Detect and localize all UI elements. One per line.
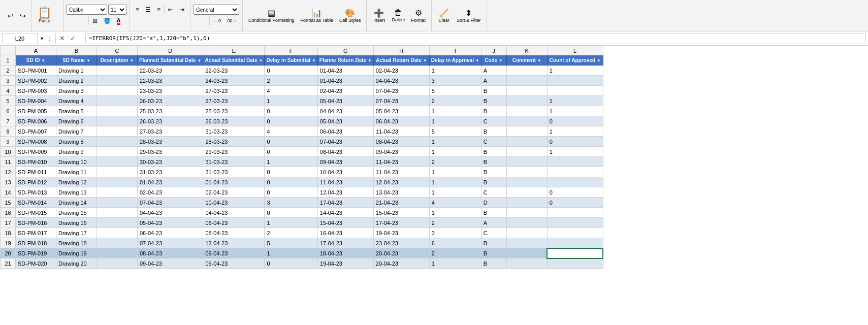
- cell-F10[interactable]: 0: [265, 147, 317, 157]
- cell-C6[interactable]: [97, 106, 138, 116]
- cell-A21[interactable]: SD-PM-020: [16, 258, 56, 269]
- cell-E5[interactable]: 27-03-23: [203, 96, 265, 106]
- cell-J12[interactable]: B: [481, 167, 506, 177]
- cell-C13[interactable]: [97, 177, 138, 187]
- underline-button[interactable]: [82, 16, 87, 26]
- cell-F11[interactable]: 1: [265, 157, 317, 167]
- cell-D19[interactable]: 07-04-23: [138, 238, 203, 248]
- cell-G20[interactable]: 18-04-23: [317, 248, 373, 258]
- cell-E20[interactable]: 09-04-23: [203, 248, 265, 258]
- cell-K11[interactable]: [506, 157, 547, 167]
- cell-I14[interactable]: 1: [429, 187, 481, 198]
- cell-G15[interactable]: 17-04-23: [317, 198, 373, 208]
- cell-L3[interactable]: [547, 76, 603, 86]
- cell-F18[interactable]: 2: [265, 228, 317, 238]
- cell-L2[interactable]: 1: [547, 66, 603, 76]
- cell-I6[interactable]: 1: [429, 106, 481, 116]
- cell-E11[interactable]: 31-03-23: [203, 157, 265, 167]
- cut-button[interactable]: [56, 11, 60, 13]
- table-row[interactable]: 11SD-PM-010Drawing 1030-03-2331-03-23109…: [1, 157, 603, 167]
- format-as-table-button[interactable]: 📊 Format as Table: [298, 5, 336, 26]
- cell-H13[interactable]: 12-04-23: [373, 177, 429, 187]
- cell-J10[interactable]: B: [481, 147, 506, 157]
- cell-F20[interactable]: 1: [265, 248, 317, 258]
- cell-G11[interactable]: 09-04-23: [317, 157, 373, 167]
- cell-F13[interactable]: 0: [265, 177, 317, 187]
- cell-C14[interactable]: [97, 187, 138, 198]
- formula-input[interactable]: [85, 33, 866, 44]
- table-row[interactable]: 13SD-PM-012Drawing 1201-04-2301-04-23011…: [1, 177, 603, 187]
- table-row[interactable]: 14SD-PM-013Drawing 1302-04-2302-04-23012…: [1, 187, 603, 198]
- spreadsheet-container[interactable]: ABCDEFGHIJKL 1 SD ID ▼SD Name ▼Descripti…: [0, 46, 868, 322]
- cell-K16[interactable]: [506, 208, 547, 218]
- table-row[interactable]: 6SD-PM-005Drawing 525-03-2325-03-23004-0…: [1, 106, 603, 116]
- bold-button[interactable]: [70, 16, 75, 26]
- cell-ref-options[interactable]: ⋮: [46, 36, 53, 41]
- comma-button[interactable]: [204, 16, 208, 26]
- cell-E16[interactable]: 04-04-23: [203, 208, 265, 218]
- cell-D15[interactable]: 07-04-23: [138, 198, 203, 208]
- cell-E14[interactable]: 02-04-23: [203, 187, 265, 198]
- cell-A13[interactable]: SD-PM-012: [16, 177, 56, 187]
- cell-H16[interactable]: 15-04-23: [373, 208, 429, 218]
- cell-G7[interactable]: 05-04-23: [317, 116, 373, 126]
- cell-K5[interactable]: [506, 96, 547, 106]
- cell-C3[interactable]: [97, 76, 138, 86]
- dec-less-button[interactable]: ←.0: [211, 16, 223, 26]
- cell-I19[interactable]: 6: [429, 238, 481, 248]
- delete-button[interactable]: 🗑 Delete: [389, 5, 407, 26]
- cell-K8[interactable]: [506, 126, 547, 137]
- conditional-formatting-button[interactable]: ▤ Conditional Formatting: [246, 5, 297, 26]
- cell-D14[interactable]: 02-04-23: [138, 187, 203, 198]
- cell-H2[interactable]: 02-04-23: [373, 66, 429, 76]
- cell-G8[interactable]: 06-04-23: [317, 126, 373, 137]
- cell-L19[interactable]: [547, 238, 603, 248]
- cell-E9[interactable]: 28-03-23: [203, 137, 265, 147]
- cell-C11[interactable]: [97, 157, 138, 167]
- cell-I18[interactable]: 3: [429, 228, 481, 238]
- cell-C15[interactable]: [97, 198, 138, 208]
- cell-K3[interactable]: [506, 76, 547, 86]
- cell-C17[interactable]: [97, 218, 138, 228]
- italic-button[interactable]: [76, 16, 81, 26]
- cell-L8[interactable]: 1: [547, 126, 603, 137]
- font-name-select[interactable]: Calibri: [67, 5, 107, 15]
- cell-G16[interactable]: 14-04-23: [317, 208, 373, 218]
- align-center-button[interactable]: ☰: [143, 5, 153, 15]
- cell-A19[interactable]: SD-PM-018: [16, 238, 56, 248]
- cell-G4[interactable]: 02-04-23: [317, 86, 373, 96]
- cell-J9[interactable]: C: [481, 137, 506, 147]
- table-row[interactable]: 4SD-PM-003Drawing 323-03-2327-03-23402-0…: [1, 86, 603, 96]
- cell-H21[interactable]: 20-04-23: [373, 258, 429, 269]
- cell-L18[interactable]: [547, 228, 603, 238]
- cell-G18[interactable]: 16-04-23: [317, 228, 373, 238]
- cell-B7[interactable]: Drawing 6: [56, 116, 97, 126]
- cell-B6[interactable]: Drawing 5: [56, 106, 97, 116]
- cell-D7[interactable]: 26-03-23: [138, 116, 203, 126]
- cell-F12[interactable]: 0: [265, 167, 317, 177]
- cell-I3[interactable]: 3: [429, 76, 481, 86]
- cell-F5[interactable]: 1: [265, 96, 317, 106]
- cell-D6[interactable]: 25-03-23: [138, 106, 203, 116]
- cell-G13[interactable]: 11-04-23: [317, 177, 373, 187]
- cell-E8[interactable]: 31-03-23: [203, 126, 265, 137]
- cell-L10[interactable]: 1: [547, 147, 603, 157]
- cell-H14[interactable]: 13-04-23: [373, 187, 429, 198]
- cancel-formula-button[interactable]: ✕: [58, 35, 67, 42]
- cell-C12[interactable]: [97, 167, 138, 177]
- cell-K6[interactable]: [506, 106, 547, 116]
- cell-B4[interactable]: Drawing 3: [56, 86, 97, 96]
- cell-C8[interactable]: [97, 126, 138, 137]
- cell-J3[interactable]: A: [481, 76, 506, 86]
- cell-K2[interactable]: [506, 66, 547, 76]
- sort-filter-button[interactable]: ⬍ Sort & Filter: [454, 5, 484, 26]
- cell-J4[interactable]: B: [481, 86, 506, 96]
- dec-more-button[interactable]: .00→: [224, 16, 239, 26]
- cell-reference-input[interactable]: [2, 33, 38, 44]
- cell-D12[interactable]: 31-03-23: [138, 167, 203, 177]
- cell-E15[interactable]: 10-04-23: [203, 198, 265, 208]
- merge-center-button[interactable]: [156, 16, 164, 26]
- cell-K4[interactable]: [506, 86, 547, 96]
- cell-D5[interactable]: 26-03-23: [138, 96, 203, 106]
- cell-E6[interactable]: 25-03-23: [203, 106, 265, 116]
